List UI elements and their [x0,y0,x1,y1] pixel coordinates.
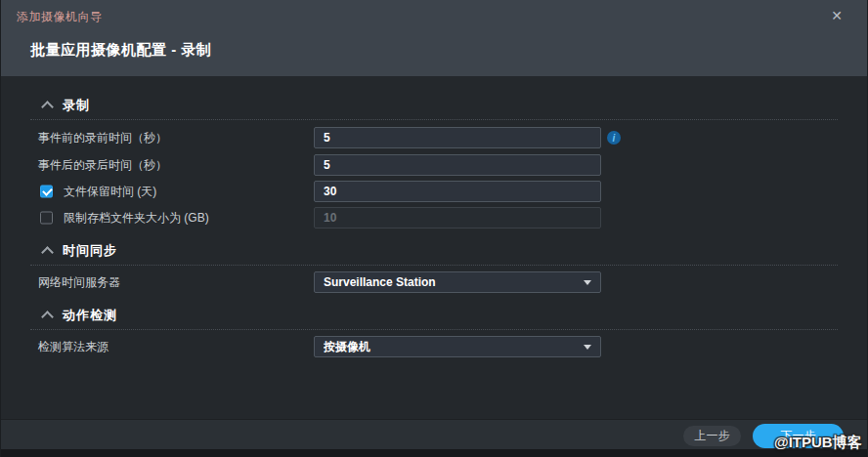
next-button[interactable]: 下一步 [753,424,844,448]
dropdown-caret-icon [584,345,591,350]
row-detection-source: 检测算法来源 按摄像机 [1,336,867,357]
page-title: 批量应用摄像机配置 - 录制 [30,41,211,60]
section-title: 动作检测 [63,307,117,324]
close-icon[interactable]: ✕ [828,7,846,24]
retention-checkbox[interactable] [40,186,53,198]
archive-limit-label: 限制存档文件夹大小为 (GB) [64,210,209,227]
retention-label: 文件保留时间 (天) [64,184,156,200]
chevron-up-icon [41,101,54,113]
ntp-server-select[interactable]: Surveillance Station [314,271,601,293]
chevron-up-icon [41,246,54,259]
section-header-time-sync[interactable]: 时间同步 [30,239,838,266]
dialog-title: 添加摄像机向导 [17,9,103,25]
pre-record-label: 事件前的录前时间（秒） [38,130,167,146]
section-title: 录制 [63,97,90,114]
post-record-input[interactable] [314,154,601,176]
dialog-bottom-edge [1,449,867,457]
detection-source-value: 按摄像机 [324,339,578,355]
retention-input[interactable] [314,181,601,202]
section-header-recording[interactable]: 录制 [30,94,838,120]
row-ntp-server: 网络时间服务器 Surveillance Station [1,271,867,293]
dialog-footer: 上一步 下一步 [1,419,867,450]
pre-record-input[interactable] [314,127,601,148]
section-header-motion-detection[interactable]: 动作检测 [30,304,838,330]
row-post-record: 事件后的录后时间（秒） [1,154,867,176]
ntp-server-label: 网络时间服务器 [38,274,120,291]
row-pre-record: 事件前的录前时间（秒） i [1,127,867,148]
chevron-up-icon [41,311,54,323]
add-camera-wizard-dialog: 添加摄像机向导 ✕ 批量应用摄像机配置 - 录制 录制 事件前的录前时间（秒） … [0,0,868,457]
detection-source-select[interactable]: 按摄像机 [314,336,601,357]
info-icon[interactable]: i [607,131,621,145]
row-retention: 文件保留时间 (天) [1,181,867,202]
section-title: 时间同步 [63,242,117,260]
post-record-label: 事件后的录后时间（秒） [38,157,167,174]
ntp-server-value: Surveillance Station [324,275,578,289]
archive-limit-input [314,207,601,228]
detection-source-label: 检测算法来源 [38,339,108,355]
archive-limit-checkbox[interactable] [40,212,53,225]
previous-button[interactable]: 上一步 [683,426,741,446]
dialog-header-band: 添加摄像机向导 ✕ 批量应用摄像机配置 - 录制 [1,0,867,76]
dropdown-caret-icon [584,280,591,285]
row-archive-limit: 限制存档文件夹大小为 (GB) [1,207,867,228]
